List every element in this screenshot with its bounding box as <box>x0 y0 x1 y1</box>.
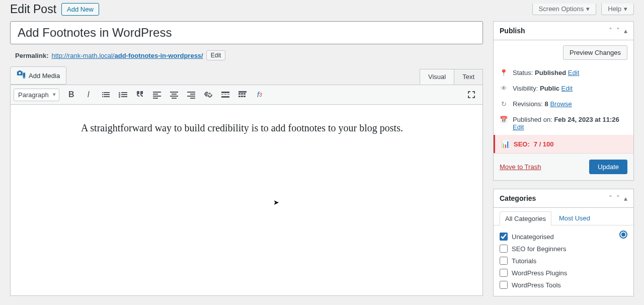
permalink-link[interactable]: http://rank-math.local/add-footnotes-in-… <box>51 52 203 59</box>
move-to-trash-link[interactable]: Move to Trash <box>500 163 541 171</box>
browse-revisions-link[interactable]: Browse <box>550 100 572 108</box>
permalink-base: http://rank-math.local/ <box>51 52 114 59</box>
help-label: Help <box>608 5 621 13</box>
post-body-text: A straightforward way to build credibili… <box>81 122 403 133</box>
format-select[interactable]: Paragraph <box>14 89 59 101</box>
category-item[interactable]: WordPress Tools <box>500 279 627 291</box>
category-label: Uncategorised <box>512 233 554 241</box>
number-list-button[interactable] <box>115 87 131 102</box>
visibility-label: Visibility: <box>513 85 538 92</box>
edit-status-link[interactable]: Edit <box>568 69 579 77</box>
published-value: Feb 24, 2023 at 11:26 <box>554 116 619 123</box>
update-button[interactable]: Update <box>589 160 627 174</box>
chevron-down-icon[interactable]: ˅ <box>616 194 620 202</box>
category-checkbox[interactable] <box>500 269 508 277</box>
category-checkbox[interactable] <box>500 233 508 241</box>
categories-metabox: Categories ˄ ˅ ▴ All Categories Most Use… <box>493 189 634 296</box>
edit-date-link[interactable]: Edit <box>513 123 524 131</box>
screen-options-button[interactable]: Screen Options ▾ <box>532 4 597 15</box>
revisions-value: 8 <box>545 100 548 108</box>
revisions-label: Revisions: <box>513 100 543 108</box>
fullscreen-button[interactable] <box>463 87 479 102</box>
chevron-up-icon[interactable]: ˄ <box>609 27 612 35</box>
footnote-button[interactable]: f3 <box>252 87 268 102</box>
category-item[interactable]: Uncategorised <box>500 231 627 243</box>
readmore-button[interactable] <box>217 87 233 102</box>
category-label: SEO for Beginners <box>512 245 566 253</box>
publish-title: Publish <box>500 27 525 35</box>
category-checkbox[interactable] <box>500 245 508 253</box>
post-title-input[interactable] <box>10 21 483 44</box>
category-label: WordPress Tools <box>512 281 561 289</box>
editor-content[interactable]: A straightforward way to build credibili… <box>10 105 483 296</box>
add-media-label: Add Media <box>29 72 60 80</box>
pin-icon: 📍 <box>500 69 508 77</box>
caret-up-icon[interactable]: ▴ <box>624 194 627 202</box>
preview-changes-button[interactable]: Preview Changes <box>563 45 627 60</box>
chevron-down-icon: ▾ <box>586 5 590 13</box>
status-label: Status: <box>513 69 533 77</box>
chevron-down-icon: ▾ <box>624 5 627 13</box>
revisions-icon: ↻ <box>500 100 508 108</box>
permalink-row: Permalink: http://rank-math.local/add-fo… <box>10 48 483 66</box>
bold-button[interactable]: B <box>63 87 79 102</box>
italic-button[interactable]: I <box>80 87 97 102</box>
chart-icon: 📊 <box>501 140 510 148</box>
visibility-value: Public <box>540 85 559 92</box>
permalink-label: Permalink: <box>15 52 48 59</box>
chevron-down-icon[interactable]: ˅ <box>616 27 620 35</box>
link-button[interactable] <box>200 87 216 102</box>
tab-all-categories[interactable]: All Categories <box>500 211 551 225</box>
status-value: Published <box>535 69 566 77</box>
seo-score: 7 / 100 <box>534 140 554 148</box>
bullet-list-button[interactable] <box>98 87 114 102</box>
add-new-button[interactable]: Add New <box>61 3 99 16</box>
add-media-button[interactable]: Add Media <box>10 66 66 85</box>
help-button[interactable]: Help ▾ <box>601 4 634 15</box>
category-checkbox[interactable] <box>500 257 508 265</box>
edit-visibility-link[interactable]: Edit <box>561 85 573 92</box>
screen-options-label: Screen Options <box>539 5 584 13</box>
align-center-button[interactable] <box>166 87 182 102</box>
category-item[interactable]: Tutorials <box>500 255 627 267</box>
editor-toolbar: Paragraph B I f3 <box>10 85 483 105</box>
tab-visual[interactable]: Visual <box>420 69 454 85</box>
publish-metabox: Publish ˄ ˅ ▴ Preview Changes 📍 Status: … <box>493 21 634 181</box>
caret-up-icon[interactable]: ▴ <box>624 27 627 35</box>
category-item[interactable]: SEO for Beginners <box>500 243 627 255</box>
primary-category-radio[interactable] <box>619 231 627 239</box>
calendar-icon: 📅 <box>500 116 508 123</box>
seo-score-row[interactable]: 📊 SEO: 7 / 100 <box>494 135 633 153</box>
category-item[interactable]: WordPress Plugins <box>500 267 627 279</box>
category-label: Tutorials <box>512 257 536 265</box>
categories-title: Categories <box>500 194 536 202</box>
published-label: Published on: <box>513 116 552 123</box>
eye-icon: 👁 <box>500 85 508 92</box>
cursor-icon: ➤ <box>273 197 279 208</box>
edit-permalink-button[interactable]: Edit <box>206 50 226 60</box>
align-right-button[interactable] <box>183 87 199 102</box>
page-title: Edit Post <box>10 3 56 16</box>
category-label: WordPress Plugins <box>512 269 567 277</box>
media-icon <box>17 70 26 81</box>
align-left-button[interactable] <box>149 87 165 102</box>
toolbar-toggle-button[interactable] <box>234 87 251 102</box>
tab-text[interactable]: Text <box>454 69 483 85</box>
category-checkbox[interactable] <box>500 281 508 289</box>
chevron-up-icon[interactable]: ˄ <box>609 194 612 202</box>
tab-most-used[interactable]: Most Used <box>553 211 596 225</box>
seo-label: SEO: <box>514 140 530 148</box>
permalink-slug: add-footnotes-in-wordpress/ <box>114 52 203 59</box>
quote-button[interactable] <box>132 87 148 102</box>
